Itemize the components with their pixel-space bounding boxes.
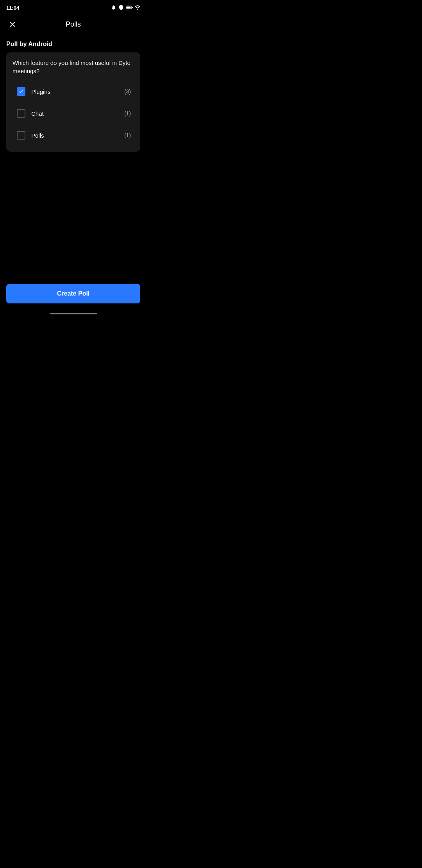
status-bar: 11:04: [0, 0, 147, 14]
option-count-chat: (1): [124, 110, 131, 117]
create-poll-button[interactable]: Create Poll: [6, 284, 140, 303]
battery-icon: [126, 5, 133, 11]
checkbox-plugins[interactable]: [16, 86, 27, 97]
option-count-polls: (1): [124, 132, 131, 138]
checkbox-chat[interactable]: [16, 108, 27, 119]
checkbox-checked-icon: [17, 87, 25, 96]
checkbox-unchecked-icon-chat: [17, 109, 25, 118]
close-button[interactable]: [6, 18, 19, 30]
poll-question: Which feature do you find most useful in…: [13, 59, 134, 75]
status-time: 11:04: [6, 5, 19, 11]
svg-rect-1: [126, 6, 131, 8]
signal-icon: [135, 5, 140, 11]
poll-option-plugins[interactable]: Plugins (3): [13, 81, 134, 102]
home-indicator: [50, 313, 97, 314]
option-count-plugins: (3): [124, 88, 131, 95]
poll-card: Which feature do you find most useful in…: [6, 52, 140, 152]
option-label-polls: Polls: [31, 132, 121, 139]
main-content: Poll by Android Which feature do you fin…: [0, 34, 147, 191]
checkbox-polls[interactable]: [16, 130, 27, 141]
option-label-plugins: Plugins: [31, 88, 121, 95]
shield-icon: [118, 5, 124, 11]
option-label-chat: Chat: [31, 110, 121, 117]
poll-option-polls[interactable]: Polls (1): [13, 125, 134, 145]
toolbar-title: Polls: [66, 20, 81, 29]
checkbox-unchecked-icon-polls: [17, 131, 25, 140]
poll-creator-label: Poll by Android: [6, 41, 140, 48]
poll-option-chat[interactable]: Chat (1): [13, 103, 134, 124]
status-icons: [111, 5, 140, 11]
notification-icon: [111, 5, 116, 11]
svg-rect-2: [132, 7, 133, 8]
toolbar: Polls: [0, 14, 147, 34]
